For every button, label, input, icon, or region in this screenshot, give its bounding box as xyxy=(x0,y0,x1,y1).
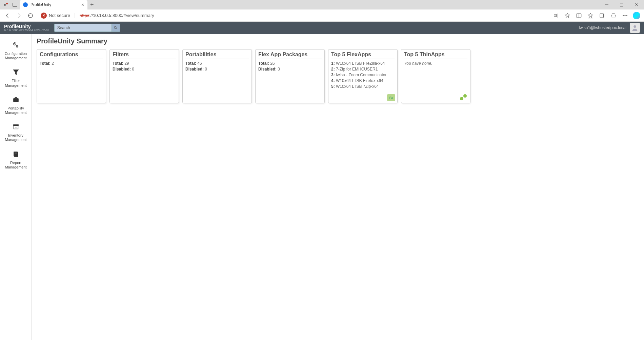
svg-rect-9 xyxy=(600,14,604,18)
tab-title: ProfileUnity xyxy=(31,2,79,7)
tab-favicon-icon xyxy=(23,2,28,7)
svg-rect-22 xyxy=(13,98,18,102)
new-tab-button[interactable]: + xyxy=(90,1,94,8)
svg-rect-1 xyxy=(620,3,623,6)
not-secure-icon xyxy=(41,13,47,19)
book-icon xyxy=(12,151,20,158)
sidebar-item-label: Filter Management xyxy=(1,79,30,87)
summary-cards: Configurations Total: 2 Filters Total: 2… xyxy=(37,49,639,103)
list-item: 5: W10x64 LTSB 7Zip-x64 xyxy=(331,84,395,89)
svg-point-14 xyxy=(114,26,116,28)
card-row-total: Total: 2 xyxy=(40,61,103,66)
split-screen-icon[interactable] xyxy=(574,11,584,20)
sidebar-item-configuration[interactable]: Configuration Management xyxy=(0,37,32,64)
card-title: Top 5 ThinApps xyxy=(404,52,467,59)
card-top-flexapps[interactable]: Top 5 FlexApps 1: W10x64 LTSB FileZilla-… xyxy=(328,49,398,103)
archive-icon xyxy=(12,123,20,131)
svg-point-20 xyxy=(17,46,17,47)
card-title: Configurations xyxy=(40,52,103,59)
sidebar-item-portability[interactable]: Portability Management xyxy=(0,92,32,119)
flexapp-icon: Fx xyxy=(387,94,395,101)
list-item: 1: W10x64 LTSB FileZilla-x64 xyxy=(331,61,395,66)
browser-toolbar: Not secure | https://10.13.0.5:8000/#vie… xyxy=(0,9,644,22)
card-row-disabled: Disabled: 0 xyxy=(113,67,176,72)
card-flexapp-packages[interactable]: Flex App Packages Total: 26 Disabled: 0 xyxy=(255,49,325,103)
window-close-button[interactable] xyxy=(629,0,644,9)
card-configurations[interactable]: Configurations Total: 2 xyxy=(37,49,106,103)
window-maximize-button[interactable] xyxy=(614,0,629,9)
security-text: Not secure xyxy=(49,13,70,18)
list-item: 4: W10x64 LTSB Firefox-x64 xyxy=(331,78,395,83)
card-row-disabled: Disabled: 0 xyxy=(258,67,322,72)
tab-actions-icon[interactable] xyxy=(12,2,18,7)
copilot-icon[interactable] xyxy=(632,11,641,20)
profile-indicator-icon[interactable] xyxy=(3,2,9,7)
sidebar-item-label: Portability Management xyxy=(1,106,30,115)
svg-point-16 xyxy=(633,25,636,28)
svg-line-15 xyxy=(116,28,117,29)
card-title: Flex App Packages xyxy=(258,52,322,59)
card-portabilities[interactable]: Portabilities Total: 46 Disabled: 0 xyxy=(182,49,252,103)
address-bar[interactable]: https://10.13.0.5:8000/#view/summary xyxy=(80,13,154,18)
svg-marker-7 xyxy=(588,13,593,18)
read-aloud-icon[interactable] xyxy=(551,11,561,20)
sidebar-item-filter[interactable]: Filter Management xyxy=(0,64,32,92)
favorite-icon[interactable] xyxy=(563,11,572,20)
svg-point-12 xyxy=(625,15,625,16)
empty-message: You have none. xyxy=(404,61,467,66)
favorites-bar-icon[interactable] xyxy=(586,11,595,20)
card-row-total: Total: 26 xyxy=(258,61,322,66)
list-item: 3: lwlsa - Zoom Communicator xyxy=(331,73,395,77)
list-item: 2: 7-Zip for EMHCUSER1 xyxy=(331,67,395,72)
brand-version: 6.8.6.8805 62e758d4 2024-02-09 xyxy=(4,29,49,32)
window-minimize-button[interactable] xyxy=(599,0,614,9)
card-title: Top 5 FlexApps xyxy=(331,52,395,59)
browser-tab-active[interactable]: ProfileUnity × xyxy=(20,0,87,9)
user-label: lwlsa1@lwhostedpoc.local xyxy=(579,25,626,30)
collections-icon[interactable] xyxy=(597,11,607,20)
briefcase-icon xyxy=(12,96,20,103)
sidebar-item-label: Configuration Management xyxy=(1,52,30,60)
refresh-button[interactable] xyxy=(26,11,35,20)
svg-point-13 xyxy=(626,15,627,16)
more-icon[interactable] xyxy=(620,11,630,20)
card-title: Portabilities xyxy=(185,52,249,59)
thinapp-icon xyxy=(460,94,468,101)
card-row-total: Total: 29 xyxy=(113,61,176,66)
sidebar-item-report[interactable]: Report Management xyxy=(0,146,32,174)
filter-icon xyxy=(12,68,20,76)
search-button[interactable] xyxy=(112,24,120,32)
svg-point-18 xyxy=(14,43,15,44)
sidebar-item-inventory[interactable]: Inventory Management xyxy=(0,119,32,146)
security-indicator[interactable]: Not secure xyxy=(41,13,70,19)
card-top-thinapps[interactable]: Top 5 ThinApps You have none. xyxy=(401,49,470,103)
back-button[interactable] xyxy=(3,11,12,20)
browser-titlebar: ProfileUnity × + xyxy=(0,0,644,9)
svg-rect-24 xyxy=(14,126,18,129)
sidebar: Configuration Management Filter Manageme… xyxy=(0,34,32,340)
svg-marker-21 xyxy=(13,70,19,75)
brand-title: ProfileUnity xyxy=(4,24,49,29)
gears-icon xyxy=(12,41,20,49)
search-icon xyxy=(114,26,118,30)
address-separator: | xyxy=(74,13,76,19)
card-row-total: Total: 46 xyxy=(185,61,249,66)
card-title: Filters xyxy=(113,52,176,59)
card-row-disabled: Disabled: 0 xyxy=(185,67,249,72)
forward-button xyxy=(14,11,24,20)
main-content: ProfileUnity Summary Configurations Tota… xyxy=(32,34,644,340)
tab-close-icon[interactable]: × xyxy=(81,2,84,7)
user-avatar-button[interactable] xyxy=(630,23,640,33)
search-input[interactable] xyxy=(54,24,112,32)
card-filters[interactable]: Filters Total: 29 Disabled: 0 xyxy=(109,49,179,103)
svg-marker-4 xyxy=(565,13,570,18)
sidebar-item-label: Report Management xyxy=(1,161,30,169)
svg-point-11 xyxy=(623,15,624,16)
search-wrap xyxy=(54,24,120,32)
user-icon xyxy=(631,24,639,32)
sidebar-item-label: Inventory Management xyxy=(1,133,30,142)
page-title: ProfileUnity Summary xyxy=(37,37,639,45)
app-header: ProfileUnity 6.8.6.8805 62e758d4 2024-02… xyxy=(0,22,644,34)
extensions-icon[interactable] xyxy=(609,11,618,20)
brand[interactable]: ProfileUnity 6.8.6.8805 62e758d4 2024-02… xyxy=(4,24,49,32)
